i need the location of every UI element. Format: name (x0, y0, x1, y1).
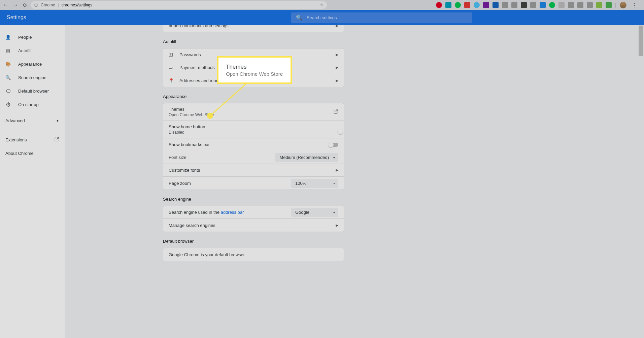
star-icon[interactable]: ☆ (320, 3, 324, 7)
sidebar-item-appearance[interactable]: 🎨Appearance (0, 57, 65, 71)
select-search-engine[interactable]: Google (291, 208, 338, 217)
select-page-zoom[interactable]: 100% (291, 179, 338, 188)
power-icon: ⏻ (5, 102, 11, 107)
site-info-icon[interactable]: ⓘ (34, 2, 38, 8)
section-title-default: Default browser (163, 239, 344, 244)
ext-icon[interactable] (493, 2, 499, 8)
person-icon: 👤 (5, 35, 11, 40)
sidebar-item-autofill[interactable]: ▤Autofill (0, 44, 65, 57)
settings-search[interactable]: 🔍 (291, 12, 472, 23)
sidebar-item-on-startup[interactable]: ⏻On startup (0, 98, 65, 111)
ext-icon[interactable] (558, 2, 565, 8)
row-default-browser: Google Chrome is your default browser (163, 248, 344, 261)
chevron-right-icon: ▶ (336, 223, 338, 228)
settings-sidebar: 👤People ▤Autofill 🎨Appearance 🔍Search en… (0, 25, 65, 338)
chevron-down-icon: ▼ (56, 119, 59, 123)
ext-icon[interactable] (577, 2, 583, 8)
callout-themes: Themes Open Chrome Web Store (217, 56, 292, 84)
panel-appearance: Themes Open Chrome Web Store Show home b… (163, 103, 344, 190)
row-home-button[interactable]: Show home button Disabled (163, 121, 344, 138)
ext-icon[interactable] (455, 2, 461, 8)
ext-icon[interactable] (502, 2, 508, 8)
location-icon: 📍 (169, 78, 175, 83)
sidebar-advanced-toggle[interactable]: Advanced▼ (0, 114, 65, 127)
settings-content[interactable]: Import bookmarks and settings ▶ Autofill… (65, 25, 644, 338)
ext-icon[interactable] (445, 2, 451, 8)
external-link-icon (333, 109, 338, 115)
section-title-autofill: Autofill (163, 39, 344, 44)
chevron-right-icon: ▶ (336, 168, 338, 172)
search-icon: 🔍 (5, 75, 11, 80)
external-link-icon (54, 137, 59, 143)
forward-icon[interactable]: → (13, 2, 18, 8)
row-import-bookmarks[interactable]: Import bookmarks and settings ▶ (163, 25, 344, 32)
browser-toolbar: ← → ⟳ ⓘ Chrome | chrome://settings ☆ | ⋮ (0, 0, 644, 10)
chevron-right-icon: ▶ (336, 25, 338, 28)
row-bookmarks-bar[interactable]: Show bookmarks bar (163, 138, 344, 151)
address-bar-link[interactable]: address bar (221, 210, 244, 215)
ext-icon[interactable] (464, 2, 470, 8)
url-bar[interactable]: ⓘ Chrome | chrome://settings ☆ (31, 1, 327, 9)
chevron-right-icon: ▶ (336, 53, 338, 57)
ext-pinterest-icon[interactable] (436, 2, 442, 8)
row-default-engine: Search engine used in the address bar Go… (163, 206, 344, 219)
url-host: Chrome (41, 3, 55, 7)
back-icon[interactable]: ← (3, 2, 8, 8)
ext-icon[interactable] (511, 2, 517, 8)
ext-icon[interactable] (521, 2, 527, 8)
row-themes[interactable]: Themes Open Chrome Web Store (163, 103, 344, 121)
sidebar-item-default-browser[interactable]: 🖵Default browser (0, 84, 65, 98)
ext-icon[interactable] (474, 2, 480, 8)
ext-icon[interactable] (483, 2, 489, 8)
search-icon: 🔍 (296, 14, 303, 21)
ext-icon[interactable] (568, 2, 574, 8)
ext-icon[interactable] (549, 2, 555, 8)
ext-icon[interactable] (596, 2, 602, 8)
ext-icon[interactable] (540, 2, 546, 8)
panel-default: Google Chrome is your default browser (163, 248, 344, 261)
reload-icon[interactable]: ⟳ (23, 2, 27, 8)
chevron-right-icon: ▶ (336, 65, 338, 70)
toggle-bookmarks-bar[interactable] (329, 143, 338, 147)
profile-avatar-icon[interactable] (620, 2, 626, 8)
row-page-zoom: Page zoom 100% (163, 177, 344, 190)
panel-import: Import bookmarks and settings ▶ (163, 25, 344, 32)
palette-icon: 🎨 (5, 62, 11, 67)
section-title-appearance: Appearance (163, 94, 344, 99)
sidebar-item-about[interactable]: About Chrome (0, 146, 65, 160)
autofill-icon: ▤ (5, 48, 11, 53)
scrollbar-thumb[interactable] (639, 26, 643, 56)
sidebar-item-people[interactable]: 👤People (0, 30, 65, 44)
section-title-search: Search engine (163, 197, 344, 202)
settings-header: Settings 🔍 (0, 10, 644, 25)
ext-icon[interactable] (587, 2, 593, 8)
card-icon: ▭ (169, 65, 175, 70)
settings-search-input[interactable] (307, 15, 468, 20)
ext-icon[interactable] (606, 2, 612, 8)
browser-icon: 🖵 (5, 89, 11, 94)
settings-title: Settings (7, 14, 26, 21)
key-icon: ⚿ (169, 52, 175, 57)
select-font-size[interactable]: Medium (Recommended) (275, 153, 338, 162)
panel-search: Search engine used in the address bar Go… (163, 206, 344, 232)
extensions-tray: | ⋮ (436, 2, 641, 8)
sidebar-item-search-engine[interactable]: 🔍Search engine (0, 71, 65, 84)
url-path: chrome://settings (62, 3, 92, 7)
row-customize-fonts[interactable]: Customize fonts ▶ (163, 164, 344, 177)
more-menu-icon[interactable]: ⋮ (630, 2, 639, 8)
ext-icon[interactable] (530, 2, 536, 8)
row-font-size: Font size Medium (Recommended) (163, 151, 344, 164)
sidebar-item-extensions[interactable]: Extensions (0, 133, 65, 146)
divider (0, 130, 65, 130)
chevron-right-icon: ▶ (336, 78, 338, 83)
row-manage-engines[interactable]: Manage search engines ▶ (163, 219, 344, 232)
